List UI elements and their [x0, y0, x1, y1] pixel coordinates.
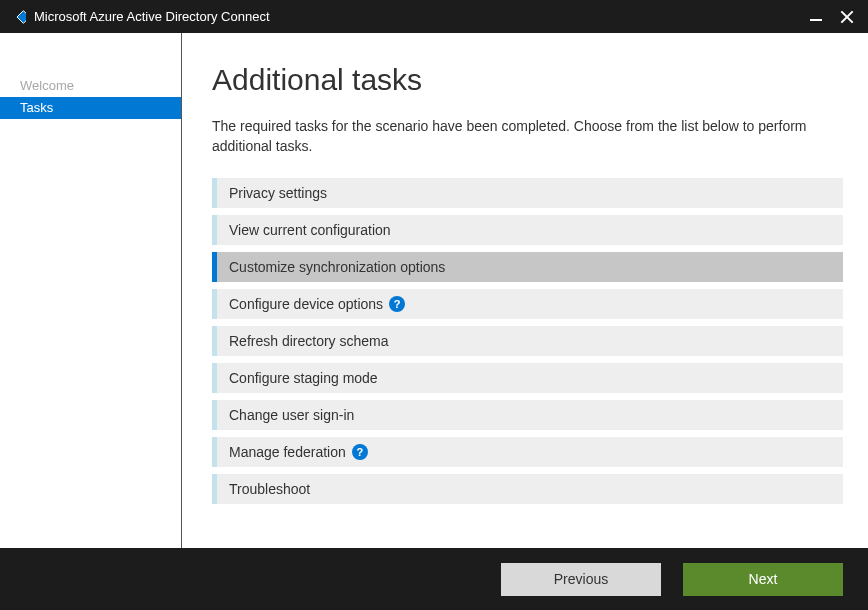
task-label: Privacy settings	[229, 185, 327, 201]
task-label: Manage federation	[229, 444, 346, 460]
previous-button[interactable]: Previous	[501, 563, 661, 596]
task-configure-staging-mode[interactable]: Configure staging mode	[212, 363, 843, 393]
sidebar-item-welcome[interactable]: Welcome	[0, 75, 181, 97]
task-accent	[212, 326, 217, 356]
help-icon[interactable]: ?	[389, 296, 405, 312]
task-accent	[212, 289, 217, 319]
title-bar: Microsoft Azure Active Directory Connect	[0, 0, 868, 33]
task-list: Privacy settings View current configurat…	[212, 178, 843, 504]
task-label: Configure staging mode	[229, 370, 378, 386]
azure-ad-connect-icon	[8, 8, 26, 26]
task-configure-device-options[interactable]: Configure device options ?	[212, 289, 843, 319]
task-label: Refresh directory schema	[229, 333, 389, 349]
help-icon[interactable]: ?	[352, 444, 368, 460]
task-accent	[212, 215, 217, 245]
task-accent	[212, 363, 217, 393]
task-accent	[212, 474, 217, 504]
task-accent	[212, 178, 217, 208]
task-accent	[212, 437, 217, 467]
task-refresh-directory-schema[interactable]: Refresh directory schema	[212, 326, 843, 356]
task-accent	[212, 252, 217, 282]
task-accent	[212, 400, 217, 430]
task-troubleshoot[interactable]: Troubleshoot	[212, 474, 843, 504]
window-title: Microsoft Azure Active Directory Connect	[34, 9, 810, 24]
content-pane: Additional tasks The required tasks for …	[182, 33, 868, 548]
task-label: Troubleshoot	[229, 481, 310, 497]
footer: Previous Next	[0, 548, 868, 610]
task-label: View current configuration	[229, 222, 391, 238]
task-privacy-settings[interactable]: Privacy settings	[212, 178, 843, 208]
task-view-current-configuration[interactable]: View current configuration	[212, 215, 843, 245]
sidebar-item-tasks[interactable]: Tasks	[0, 97, 181, 119]
minimize-icon[interactable]	[810, 11, 822, 23]
task-manage-federation[interactable]: Manage federation ?	[212, 437, 843, 467]
task-change-user-sign-in[interactable]: Change user sign-in	[212, 400, 843, 430]
sidebar: Welcome Tasks	[0, 33, 182, 548]
task-label: Configure device options	[229, 296, 383, 312]
page-heading: Additional tasks	[212, 63, 843, 97]
close-icon[interactable]	[840, 10, 854, 24]
main-area: Welcome Tasks Additional tasks The requi…	[0, 33, 868, 548]
task-label: Customize synchronization options	[229, 259, 445, 275]
task-customize-synchronization-options[interactable]: Customize synchronization options	[212, 252, 843, 282]
task-label: Change user sign-in	[229, 407, 354, 423]
window-controls	[810, 10, 860, 24]
sidebar-item-label: Tasks	[20, 100, 53, 115]
intro-text: The required tasks for the scenario have…	[212, 117, 843, 156]
next-button[interactable]: Next	[683, 563, 843, 596]
sidebar-item-label: Welcome	[20, 78, 74, 93]
